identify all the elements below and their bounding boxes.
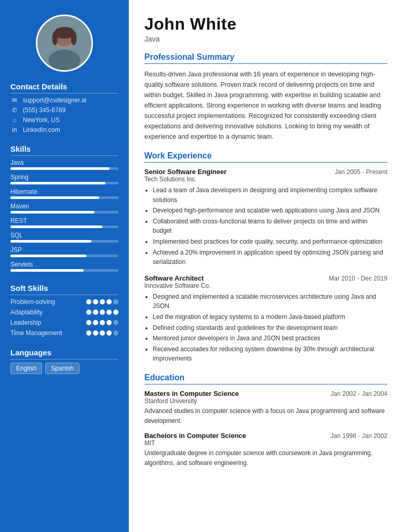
- dot: [106, 310, 112, 315]
- dot: [93, 330, 98, 336]
- skill-label: Hibernate: [10, 188, 118, 195]
- skill-bar-bg: [10, 225, 118, 228]
- job-entry: Senior Software Engineer Jan 2005 - Pres…: [144, 168, 387, 267]
- bullet: Developed high-performance and scalable …: [153, 206, 387, 216]
- edu-degree: Masters in Computer Science: [144, 390, 239, 397]
- skills-list: Java Spring Hibernate Maven REST: [10, 159, 118, 272]
- soft-skill-item: Time Management: [10, 329, 118, 337]
- education-section: Education Masters in Computer Science Ja…: [144, 373, 387, 468]
- bullet: Led the migration of legacy systems to a…: [153, 312, 387, 322]
- soft-skill-label: Time Management: [10, 329, 62, 337]
- edu-entry: Bachelors in Computer Science Jan 1998 -…: [144, 432, 387, 468]
- skill-label: JSP: [10, 246, 118, 254]
- skill-bar-fill: [10, 269, 84, 272]
- skill-label: Maven: [10, 203, 118, 210]
- education-list: Masters in Computer Science Jan 2002 - J…: [144, 390, 387, 468]
- svg-point-5: [52, 31, 58, 45]
- job-company: Tech Solutions Inc.: [144, 176, 387, 183]
- job-company: Innovative Software Co.: [144, 282, 387, 289]
- bullet: Received accolades for reducing system d…: [153, 344, 387, 364]
- contact-value: (555) 345-6789: [23, 107, 65, 114]
- name-section: John White Java: [144, 15, 387, 43]
- bullet: Designed and implemented a scalable micr…: [153, 292, 387, 311]
- contact-title: Contact Details: [10, 82, 118, 94]
- skill-item: Hibernate: [10, 188, 118, 199]
- dot: [86, 299, 91, 304]
- contact-section: Contact Details ✉support@cvdesigner.ai✆(…: [0, 82, 129, 144]
- contact-item-email: ✉support@cvdesigner.ai: [10, 97, 118, 104]
- job-bullets: Designed and implemented a scalable micr…: [144, 292, 387, 364]
- skills-section: Skills Java Spring Hibernate Maven REST: [0, 144, 129, 284]
- soft-skills-list: Problem-solvingAdaptabilityLeadershipTim…: [10, 298, 118, 337]
- lang-badge-english: English: [10, 363, 42, 374]
- skill-bar-bg: [10, 255, 118, 257]
- skill-item: Maven: [10, 203, 118, 214]
- dot: [113, 310, 118, 315]
- soft-skill-label: Leadership: [10, 319, 57, 326]
- skill-bar-bg: [10, 167, 118, 170]
- skill-bar-bg: [10, 240, 118, 243]
- bullet: Lead a team of Java developers in design…: [153, 185, 387, 205]
- dot: [113, 320, 118, 325]
- edu-desc: Advanced studies in computer science wit…: [144, 406, 387, 425]
- contact-list: ✉support@cvdesigner.ai✆(555) 345-6789⌂Ne…: [10, 97, 118, 134]
- location-icon: ⌂: [10, 116, 19, 124]
- dot: [106, 299, 112, 304]
- skill-bar-fill: [10, 211, 95, 214]
- contact-item-location: ⌂NewYork, US: [10, 116, 118, 124]
- candidate-name: John White: [144, 15, 387, 34]
- dot: [100, 299, 105, 304]
- edu-desc: Undergraduate degree in computer science…: [144, 448, 387, 468]
- dot: [100, 310, 105, 315]
- linkedin-icon: in: [10, 126, 19, 134]
- main-content: John White Java Professional Summary Res…: [129, 0, 403, 532]
- dots: [86, 299, 118, 304]
- dot: [93, 299, 98, 304]
- languages-title: Languages: [10, 348, 118, 360]
- edu-dates: Jan 2002 - Jan 2004: [331, 390, 387, 397]
- edu-dates: Jan 1998 - Jan 2002: [331, 432, 387, 440]
- work-experience-title: Work Experience: [144, 151, 387, 163]
- jobs-list: Senior Software Engineer Jan 2005 - Pres…: [144, 168, 387, 364]
- job-header: Software Architect Mar 2010 - Dec 2019: [144, 274, 387, 282]
- dot: [86, 320, 91, 325]
- bullet: Defined coding standards and guidelines …: [153, 323, 387, 333]
- skill-item: Java: [10, 159, 118, 170]
- dots: [86, 330, 118, 336]
- skills-title: Skills: [10, 144, 118, 156]
- skill-label: Java: [10, 159, 118, 166]
- svg-point-6: [71, 31, 76, 45]
- contact-value: LinkedIn.com: [23, 126, 60, 134]
- bullet: Implemented best practices for code qual…: [153, 237, 387, 247]
- avatar-section: [0, 0, 129, 82]
- dot: [93, 320, 98, 325]
- dot: [106, 320, 112, 325]
- dots: [86, 320, 118, 325]
- dot: [100, 330, 105, 336]
- skill-bar-fill: [10, 225, 102, 228]
- skill-item: REST: [10, 217, 118, 228]
- sidebar: Contact Details ✉support@cvdesigner.ai✆(…: [0, 0, 129, 532]
- skill-item: Servlets: [10, 261, 118, 272]
- job-dates: Mar 2010 - Dec 2019: [329, 275, 387, 282]
- skill-bar-bg: [10, 182, 118, 184]
- soft-skills-section: Soft Skills Problem-solvingAdaptabilityL…: [0, 284, 129, 348]
- skill-label: Spring: [10, 174, 118, 181]
- skill-label: Servlets: [10, 261, 118, 268]
- bullet: Achieved a 20% improvement in applicatio…: [153, 248, 387, 267]
- skill-item: JSP: [10, 246, 118, 257]
- job-dates: Jan 2005 - Present: [335, 168, 387, 176]
- dot: [86, 330, 91, 336]
- avatar: [36, 15, 93, 72]
- job-title: Senior Software Engineer: [144, 168, 226, 176]
- summary-title: Professional Summary: [144, 52, 387, 64]
- skill-bar-bg: [10, 196, 118, 199]
- edu-school: Stanford University: [144, 397, 387, 405]
- soft-skill-label: Adaptability: [10, 309, 57, 316]
- summary-section: Professional Summary Results-driven Java…: [144, 52, 387, 142]
- dot: [106, 330, 112, 336]
- job-title: Software Architect: [144, 274, 204, 282]
- languages-section: Languages EnglishSpanish: [0, 348, 129, 382]
- soft-skills-title: Soft Skills: [10, 284, 118, 295]
- lang-badges: EnglishSpanish: [10, 363, 118, 374]
